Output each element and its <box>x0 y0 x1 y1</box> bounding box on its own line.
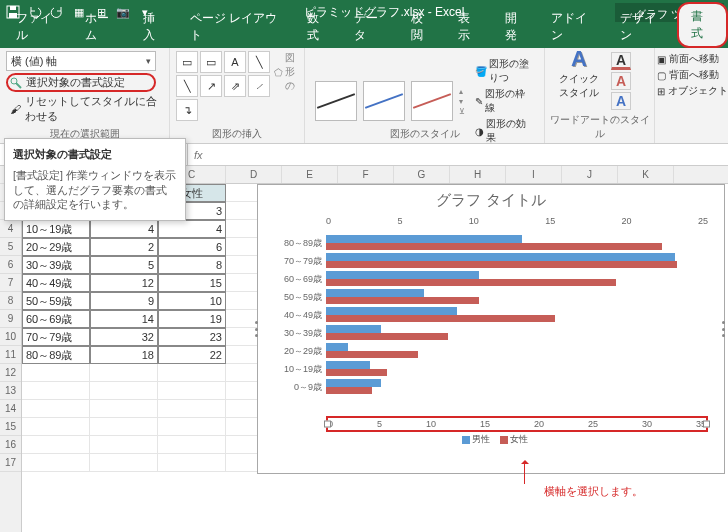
cell[interactable] <box>90 418 158 436</box>
shape-connector-icon[interactable]: ↴ <box>176 99 198 121</box>
row-header[interactable]: 11 <box>0 346 21 364</box>
quick-style-button[interactable]: A クイック スタイル <box>551 52 607 94</box>
row-header[interactable]: 17 <box>0 454 21 472</box>
col-header[interactable]: H <box>450 166 506 183</box>
fx-icon[interactable]: fx <box>188 149 209 161</box>
shape-line-icon[interactable]: ╲ <box>176 75 198 97</box>
plot-area[interactable]: 0510152025 80～89歳70～79歳60～69歳50～59歳40～49… <box>270 216 712 446</box>
bar-male[interactable] <box>326 307 457 314</box>
legend[interactable]: 男性 女性 <box>270 433 712 446</box>
cell[interactable] <box>22 454 90 472</box>
col-header[interactable]: J <box>562 166 618 183</box>
gallery-up-icon[interactable]: ▴ <box>459 87 465 96</box>
tab-format[interactable]: 書式 <box>677 2 728 48</box>
style-preset[interactable] <box>363 81 405 121</box>
cell[interactable]: 60～69歳 <box>22 310 90 328</box>
row-header[interactable]: 5 <box>0 238 21 256</box>
cell[interactable]: 8 <box>158 256 226 274</box>
bar-female[interactable] <box>326 315 555 322</box>
cell[interactable] <box>158 454 226 472</box>
axis-handle[interactable] <box>324 421 331 428</box>
row-header[interactable]: 15 <box>0 418 21 436</box>
row-header[interactable]: 14 <box>0 400 21 418</box>
shape-curve-icon[interactable]: ⟋ <box>248 75 270 97</box>
cell[interactable]: 23 <box>158 328 226 346</box>
bar-female[interactable] <box>326 387 372 394</box>
shape-text-icon[interactable]: A <box>224 51 246 73</box>
chart-handle-left[interactable] <box>255 321 260 337</box>
shape-line-icon[interactable]: ╲ <box>248 51 270 73</box>
row-header[interactable]: 10 <box>0 328 21 346</box>
shape-fill-button[interactable]: 🪣図形の塗りつ <box>475 57 534 85</box>
secondary-x-axis[interactable]: 0510152025 <box>326 216 708 232</box>
cell[interactable]: 6 <box>158 238 226 256</box>
chart-object[interactable]: グラフ タイトル 0510152025 80～89歳70～79歳60～69歳50… <box>257 184 725 474</box>
chart-handle-right[interactable] <box>722 321 727 337</box>
cell[interactable] <box>90 454 158 472</box>
col-header[interactable]: E <box>282 166 338 183</box>
cell[interactable] <box>22 400 90 418</box>
row-header[interactable]: 13 <box>0 382 21 400</box>
bar-female[interactable] <box>326 261 677 268</box>
cell[interactable] <box>158 382 226 400</box>
cell[interactable]: 19 <box>158 310 226 328</box>
change-shape-button[interactable]: ⬠ 図形の <box>274 51 298 93</box>
tab-dev[interactable]: 開発 <box>493 6 540 48</box>
cell[interactable]: 5 <box>90 256 158 274</box>
bar-male[interactable] <box>326 235 522 242</box>
axis-handle[interactable] <box>703 421 710 428</box>
bar-male[interactable] <box>326 343 348 350</box>
row-header[interactable]: 7 <box>0 274 21 292</box>
gallery-down-icon[interactable]: ▾ <box>459 97 465 106</box>
cell[interactable]: 32 <box>90 328 158 346</box>
cell[interactable] <box>90 400 158 418</box>
cell[interactable]: 2 <box>90 238 158 256</box>
col-header[interactable]: D <box>226 166 282 183</box>
cell[interactable] <box>158 364 226 382</box>
bar-male[interactable] <box>326 379 381 386</box>
cell[interactable]: 18 <box>90 346 158 364</box>
tab-view[interactable]: 表示 <box>446 6 493 48</box>
bar-female[interactable] <box>326 333 448 340</box>
chart-title[interactable]: グラフ タイトル <box>258 185 724 216</box>
cell[interactable] <box>158 400 226 418</box>
tab-pagelayout[interactable]: ページ レイアウト <box>178 6 295 48</box>
shape-arrow-icon[interactable]: ⇗ <box>224 75 246 97</box>
cell[interactable] <box>22 382 90 400</box>
col-header[interactable]: K <box>618 166 674 183</box>
bar-male[interactable] <box>326 253 675 260</box>
row-header[interactable]: 6 <box>0 256 21 274</box>
cell[interactable]: 30～39歳 <box>22 256 90 274</box>
cell[interactable] <box>90 382 158 400</box>
shape-rect-icon[interactable]: ▭ <box>176 51 198 73</box>
text-fill-button[interactable]: A <box>611 52 631 70</box>
tab-insert[interactable]: 挿入 <box>131 6 178 48</box>
row-header[interactable]: 8 <box>0 292 21 310</box>
tab-review[interactable]: 校閲 <box>399 6 446 48</box>
style-preset[interactable] <box>411 81 453 121</box>
shape-outline-button[interactable]: ✎図形の枠線 <box>475 87 534 115</box>
bar-female[interactable] <box>326 279 616 286</box>
format-selection-button[interactable]: 選択対象の書式設定 <box>6 73 156 92</box>
chart-element-selector[interactable]: 横 (値) 軸 <box>6 51 156 71</box>
cell[interactable]: 10 <box>158 292 226 310</box>
text-effects-button[interactable]: A <box>611 92 631 110</box>
send-backward-button[interactable]: ▢背面へ移動 <box>657 68 725 82</box>
cell[interactable] <box>22 364 90 382</box>
col-header[interactable]: F <box>338 166 394 183</box>
cell[interactable]: 9 <box>90 292 158 310</box>
row-header[interactable]: 4 <box>0 220 21 238</box>
cell[interactable] <box>158 436 226 454</box>
tab-addin[interactable]: アドイン <box>539 6 608 48</box>
bar-female[interactable] <box>326 351 418 358</box>
cell[interactable]: 10～19歳 <box>22 220 90 238</box>
cell[interactable]: 22 <box>158 346 226 364</box>
cell[interactable]: 50～59歳 <box>22 292 90 310</box>
bar-male[interactable] <box>326 325 381 332</box>
cell[interactable]: 4 <box>90 220 158 238</box>
tab-formulas[interactable]: 数式 <box>295 6 342 48</box>
row-header[interactable]: 9 <box>0 310 21 328</box>
row-header[interactable]: 12 <box>0 364 21 382</box>
cell[interactable] <box>22 436 90 454</box>
cell[interactable] <box>158 418 226 436</box>
